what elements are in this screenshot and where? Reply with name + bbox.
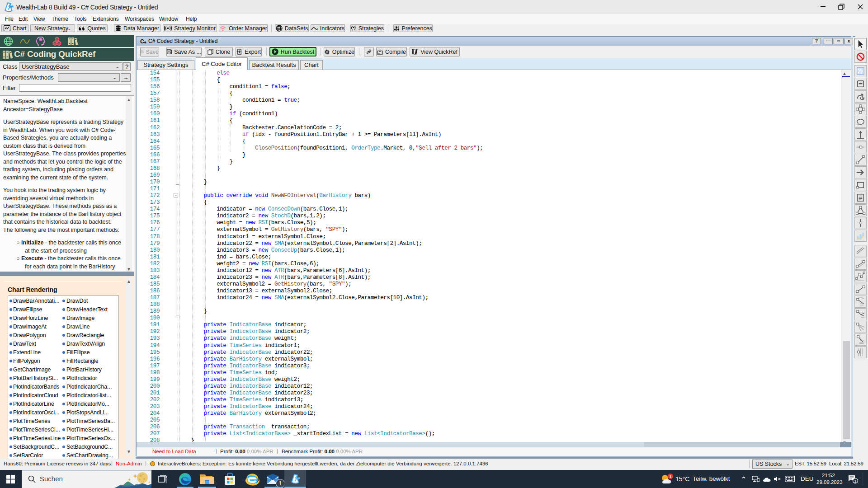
svg-text:1: 1 xyxy=(854,479,856,483)
svg-text:1: 1 xyxy=(669,474,671,479)
